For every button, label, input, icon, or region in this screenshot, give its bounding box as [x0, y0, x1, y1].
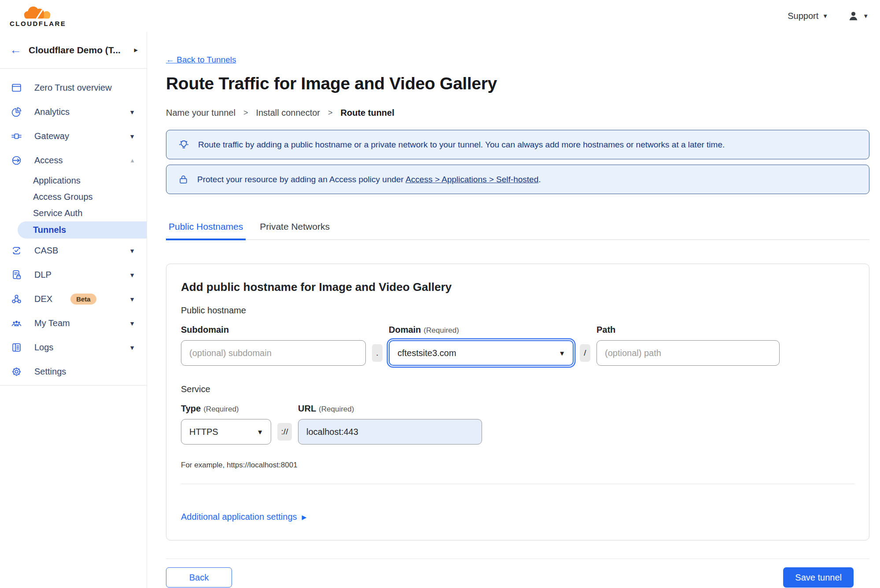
breadcrumb-step-install-connector[interactable]: Install connector [256, 108, 320, 118]
top-header: CLOUDFLARE Support ▼ ▼ [0, 0, 880, 32]
sidebar-item-access[interactable]: Access ▲ [0, 148, 147, 173]
back-to-tunnels-link[interactable]: ← Back to Tunnels [166, 55, 236, 65]
breadcrumb-step-name-tunnel[interactable]: Name your tunnel [166, 108, 236, 118]
window-icon [11, 82, 22, 94]
sidebar-item-my-team[interactable]: My Team ▼ [0, 311, 147, 335]
service-label: Service [181, 384, 854, 394]
team-icon [11, 317, 22, 329]
cloudflare-logo-text: CLOUDFLARE [10, 20, 66, 27]
main-content: ← Back to Tunnels Route Traffic for Imag… [147, 32, 880, 588]
breadcrumb: Name your tunnel > Install connector > R… [166, 108, 869, 118]
chevron-up-icon: ▲ [129, 157, 135, 164]
breadcrumb-separator: > [328, 108, 333, 118]
service-type-value: HTTPS [189, 427, 218, 437]
sidebar-item-label: Zero Trust overview [34, 83, 112, 93]
sidebar-item-label: Gateway [34, 131, 69, 141]
sidebar-item-service-auth[interactable]: Service Auth [0, 205, 147, 221]
user-icon [847, 10, 859, 22]
chevron-down-icon: ▼ [863, 13, 869, 19]
additional-settings-toggle[interactable]: Additional application settings ▶ [181, 512, 306, 522]
url-input[interactable] [298, 419, 482, 445]
casb-check-loop-icon [11, 245, 22, 257]
sidebar-item-logs[interactable]: Logs ▼ [0, 335, 147, 360]
breadcrumb-step-route-tunnel: Route tunnel [341, 108, 394, 118]
sidebar-item-zero-trust-overview[interactable]: Zero Trust overview [0, 76, 147, 100]
access-applications-self-hosted-link[interactable]: Access > Applications > Self-hosted [405, 175, 538, 184]
account-menu[interactable]: ▼ [847, 10, 869, 22]
type-label-text: Type [181, 404, 201, 413]
url-label: URL(Required) [298, 404, 482, 414]
dot-separator: . [372, 344, 383, 362]
lightbulb-icon [178, 139, 190, 151]
card-heading: Add public hostname for Image and Video … [181, 280, 854, 294]
public-hostname-label: Public hostname [181, 305, 854, 316]
public-hostname-card: Add public hostname for Image and Video … [166, 264, 869, 540]
chevron-down-icon: ▼ [257, 428, 263, 436]
subdomain-input[interactable] [181, 340, 366, 366]
required-hint: (Required) [319, 405, 354, 413]
domain-label-text: Domain [389, 325, 421, 334]
sidebar-item-tunnels[interactable]: Tunnels [18, 221, 147, 239]
breadcrumb-separator: > [243, 108, 248, 118]
chevron-down-icon: ▼ [822, 13, 828, 19]
sidebar-item-label: My Team [34, 318, 70, 328]
support-menu[interactable]: Support ▼ [788, 11, 828, 21]
tip-banner-text: Route traffic by adding a public hostnam… [198, 140, 725, 150]
sidebar-item-dlp[interactable]: DLP ▼ [0, 263, 147, 287]
lock-icon [178, 174, 189, 185]
chevron-down-icon: ▼ [129, 133, 135, 140]
url-label-text: URL [298, 404, 316, 413]
domain-select-value: cftestsite3.com [398, 348, 456, 358]
chevron-right-icon: ▶ [302, 514, 307, 521]
url-example-hint: For example, https://localhost:8001 [181, 461, 854, 470]
sidebar-item-label: DEX [34, 294, 52, 304]
sidebar-subitem-label: Applications [33, 176, 81, 186]
dex-network-icon [11, 293, 22, 305]
banner-text-prefix: Protect your resource by adding an Acces… [197, 175, 404, 184]
sidebar-nav: Zero Trust overview Analytics ▼ Gateway … [0, 69, 147, 384]
service-type-select[interactable]: HTTPS ▼ [181, 419, 271, 445]
sidebar-item-casb[interactable]: CASB ▼ [0, 239, 147, 263]
path-input[interactable] [596, 340, 780, 366]
slash-separator: / [580, 344, 590, 362]
footer-actions: Back Save tunnel [166, 559, 869, 588]
type-label: Type(Required) [181, 404, 271, 414]
back-arrow-icon[interactable]: ← [10, 44, 22, 56]
sidebar-item-settings[interactable]: Settings [0, 360, 147, 384]
chevron-down-icon: ▼ [129, 320, 135, 327]
chevron-down-icon: ▼ [559, 349, 565, 357]
domain-label: Domain(Required) [389, 325, 574, 335]
back-button[interactable]: Back [166, 567, 232, 588]
chevron-down-icon: ▼ [129, 296, 135, 303]
sidebar-item-access-groups[interactable]: Access Groups [0, 189, 147, 205]
account-name[interactable]: Cloudflare Demo (T... [29, 45, 127, 55]
path-label: Path [596, 325, 780, 335]
sidebar-item-label: Access [34, 155, 63, 165]
tab-bar: Public Hostnames Private Networks [166, 221, 869, 240]
sidebar-item-label: Logs [34, 342, 53, 353]
chevron-down-icon: ▼ [129, 272, 135, 279]
protocol-separator: :// [277, 423, 292, 441]
access-icon [11, 154, 22, 166]
additional-settings-label: Additional application settings [181, 512, 297, 522]
sidebar-item-label: Settings [34, 367, 66, 377]
access-policy-banner-text: Protect your resource by adding an Acces… [197, 175, 541, 184]
gear-icon [11, 366, 22, 378]
domain-select[interactable]: cftestsite3.com ▼ [389, 340, 574, 366]
chevron-down-icon: ▼ [129, 109, 135, 116]
sidebar-item-applications[interactable]: Applications [0, 173, 147, 189]
sidebar-account-header: ← Cloudflare Demo (T... ▸ [0, 32, 147, 69]
sidebar-item-analytics[interactable]: Analytics ▼ [0, 100, 147, 124]
banner-text-suffix: . [538, 175, 541, 184]
tab-public-hostnames[interactable]: Public Hostnames [166, 221, 246, 240]
chevron-right-icon[interactable]: ▸ [134, 45, 138, 55]
sidebar-divider [0, 385, 147, 386]
tab-private-networks[interactable]: Private Networks [257, 221, 332, 239]
pie-chart-icon [11, 106, 22, 118]
subdomain-label: Subdomain [181, 325, 366, 335]
sidebar-subitem-label: Access Groups [33, 192, 93, 202]
sidebar-item-dex[interactable]: DEX Beta ▼ [0, 287, 147, 311]
save-tunnel-button[interactable]: Save tunnel [783, 567, 854, 588]
sidebar-subitem-label: Service Auth [33, 208, 82, 218]
sidebar-item-gateway[interactable]: Gateway ▼ [0, 124, 147, 148]
